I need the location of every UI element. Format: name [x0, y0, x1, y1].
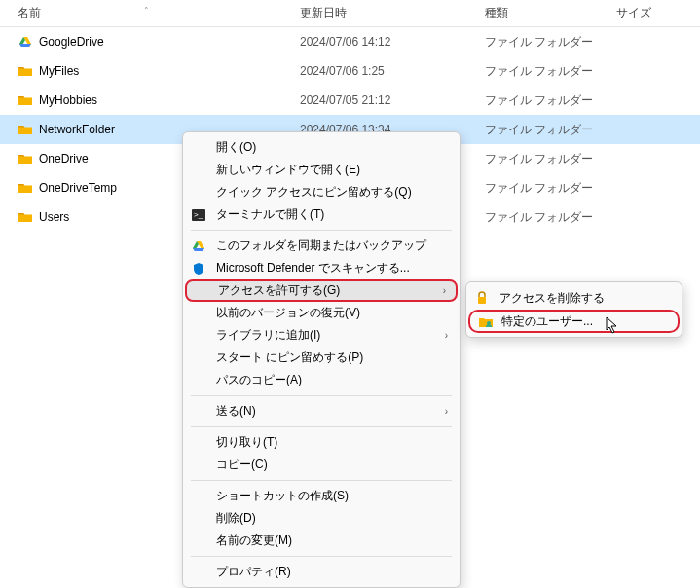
file-name-label: OneDrive — [39, 152, 89, 165]
menu-rename[interactable]: 名前の変更(M) — [183, 530, 460, 552]
cell-type: ファイル フォルダー — [477, 92, 608, 109]
menu-separator — [191, 556, 452, 557]
svg-marker-2 — [19, 44, 31, 47]
file-name-label: MyFiles — [39, 64, 79, 78]
menu-pin-start[interactable]: スタート にピン留めする(P) — [183, 347, 460, 369]
cell-type: ファイル フォルダー — [477, 63, 608, 80]
menu-separator — [191, 480, 452, 481]
menu-delete[interactable]: 削除(D) — [183, 507, 460, 530]
menu-restore-versions[interactable]: 以前のバージョンの復元(V) — [183, 302, 460, 324]
file-name-label: Users — [39, 210, 69, 224]
sort-asc-icon: ˄ — [144, 6, 149, 16]
share-folder-icon — [478, 313, 494, 329]
menu-copy-path[interactable]: パスのコピー(A) — [183, 369, 460, 391]
file-name-label: OneDriveTemp — [39, 181, 117, 195]
cell-name: GoogleDrive — [0, 34, 292, 50]
svg-marker-9 — [193, 248, 204, 251]
submenu-remove-access[interactable]: アクセスを削除する — [466, 286, 682, 310]
folder-icon — [18, 209, 33, 225]
menu-grant-access[interactable]: アクセスを許可する(G) › — [185, 279, 458, 302]
file-row[interactable]: GoogleDrive2024/07/06 14:12ファイル フォルダー — [0, 27, 700, 56]
column-date[interactable]: 更新日時 — [292, 5, 477, 21]
column-name[interactable]: 名前 ˄ — [0, 5, 292, 21]
svg-text:>_: >_ — [194, 210, 203, 219]
context-menu: 開く(O) 新しいウィンドウで開く(E) クイック アクセスにピン留めする(Q)… — [182, 131, 461, 588]
gdrive-icon — [191, 239, 206, 254]
column-name-label: 名前 — [18, 6, 41, 19]
cell-name: MyFiles — [0, 63, 292, 79]
folder-icon — [18, 92, 33, 108]
file-row[interactable]: MyFiles2024/07/06 1:25ファイル フォルダー — [0, 56, 700, 86]
cell-date: 2024/07/05 21:12 — [292, 93, 477, 107]
folder-icon — [18, 122, 33, 137]
folder-icon — [18, 63, 33, 79]
cell-type: ファイル フォルダー — [477, 209, 608, 226]
gdrive-icon — [18, 34, 33, 50]
menu-open-terminal[interactable]: >_ ターミナルで開く(T) — [183, 203, 460, 226]
file-name-label: GoogleDrive — [39, 35, 104, 49]
menu-properties[interactable]: プロパティ(R) — [183, 561, 460, 583]
cell-name: MyHobbies — [0, 92, 292, 108]
folder-icon — [18, 180, 33, 196]
cell-type: ファイル フォルダー — [477, 34, 608, 51]
chevron-right-icon: › — [445, 406, 448, 417]
menu-separator — [191, 395, 452, 396]
svg-rect-10 — [478, 297, 486, 304]
file-row[interactable]: MyHobbies2024/07/05 21:12ファイル フォルダー — [0, 86, 700, 115]
menu-cut[interactable]: 切り取り(T) — [183, 431, 460, 454]
file-name-label: NetworkFolder — [39, 123, 115, 136]
menu-copy[interactable]: コピー(C) — [183, 454, 460, 476]
terminal-icon: >_ — [191, 207, 206, 223]
menu-open-new-window[interactable]: 新しいウィンドウで開く(E) — [183, 159, 460, 181]
menu-create-shortcut[interactable]: ショートカットの作成(S) — [183, 485, 460, 507]
menu-send-to[interactable]: 送る(N) › — [183, 400, 460, 423]
lock-icon — [474, 290, 490, 306]
file-name-label: MyHobbies — [39, 93, 97, 107]
menu-sync-backup[interactable]: このフォルダを同期またはバックアップ — [183, 235, 460, 257]
menu-defender-scan[interactable]: Microsoft Defender でスキャンする... — [183, 257, 460, 279]
cell-type: ファイル フォルダー — [477, 151, 608, 167]
cell-type: ファイル フォルダー — [477, 122, 608, 138]
chevron-right-icon: › — [445, 330, 448, 341]
folder-icon — [18, 151, 33, 166]
menu-open[interactable]: 開く(O) — [183, 136, 460, 159]
chevron-right-icon: › — [443, 285, 446, 296]
menu-add-to-library[interactable]: ライブラリに追加(I) › — [183, 324, 460, 347]
column-type[interactable]: 種類 — [477, 5, 608, 21]
shield-icon — [191, 261, 206, 276]
access-submenu: アクセスを削除する 特定のユーザー... — [465, 281, 682, 338]
menu-pin-quick-access[interactable]: クイック アクセスにピン留めする(Q) — [183, 181, 460, 203]
menu-separator — [191, 426, 452, 427]
column-headers: 名前 ˄ 更新日時 種類 サイズ — [0, 0, 700, 27]
column-size[interactable]: サイズ — [608, 5, 696, 21]
cell-type: ファイル フォルダー — [477, 180, 608, 197]
submenu-specific-users[interactable]: 特定のユーザー... — [468, 310, 680, 333]
cell-date: 2024/07/06 14:12 — [292, 35, 477, 49]
menu-separator — [191, 230, 452, 231]
cell-date: 2024/07/06 1:25 — [292, 64, 477, 78]
